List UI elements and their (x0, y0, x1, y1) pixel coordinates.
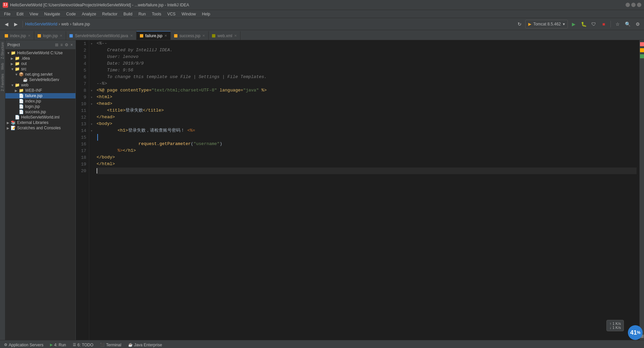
close-button[interactable] (637, 3, 641, 7)
debug-button[interactable]: 🐛 (579, 20, 588, 28)
tab-close-button[interactable]: ✕ (234, 34, 237, 38)
menu-bar: File Edit View Navigate Code Analyze Ref… (0, 10, 644, 18)
tree-item-index-jsp[interactable]: 📄 index.jsp (5, 98, 75, 104)
menu-view[interactable]: View (27, 11, 41, 17)
tree-item-src[interactable]: ▼ 📁 src (5, 66, 75, 72)
tree-item-label: out (21, 61, 27, 66)
stop-button[interactable]: ■ (599, 20, 608, 28)
fold-13[interactable]: ▾ (89, 121, 94, 127)
bottom-tab-todo[interactable]: ☰ 6: TODO (70, 342, 96, 348)
tab-web-xml[interactable]: web.xml ✕ (209, 31, 240, 40)
tree-item-package[interactable]: ▼ 📦 net.qing.servlet (5, 72, 75, 77)
minimize-button[interactable] (626, 3, 630, 7)
forward-button[interactable]: ▶ (11, 20, 20, 28)
java-enterprise-icon: ☕ (128, 343, 133, 347)
tab-close-button[interactable]: ✕ (130, 34, 133, 38)
bottom-tab-label: 6: TODO (77, 343, 94, 347)
run-button[interactable]: ▶ (569, 20, 578, 28)
line-num-15: 15 (76, 134, 89, 141)
bottom-tab-terminal[interactable]: ⬛ Terminal (97, 342, 124, 348)
fold-14[interactable]: ▾ (89, 127, 94, 134)
tree-item-login-jsp[interactable]: 📄 login.jsp (5, 104, 75, 109)
menu-help[interactable]: Help (199, 11, 213, 17)
tab-success-jsp[interactable]: success.jsp ✕ (171, 31, 209, 40)
tree-item-out[interactable]: ▶ 📁 out (5, 61, 75, 66)
menu-code[interactable]: Code (63, 11, 78, 17)
bottom-tab-app-servers[interactable]: ⚙ Application Servers (1, 342, 46, 348)
tree-item-iml[interactable]: 📄 HelloServletWorld.iml (5, 115, 75, 120)
tree-item-label: ServletHelloServ (29, 77, 59, 82)
bottom-tab-java-enterprise[interactable]: ☕ Java Enterprise (125, 342, 165, 348)
menu-vcs[interactable]: VCS (165, 11, 178, 17)
tree-item-webinf[interactable]: ▶ 📁 WEB-INF (5, 88, 75, 93)
coverage-button[interactable]: 🛡 (589, 20, 598, 28)
refresh-button[interactable]: ↻ (515, 20, 524, 28)
structure-label[interactable]: Z-Structure (1, 40, 4, 61)
tree-item-servlet[interactable]: ☕ ServletHelloServ (5, 77, 75, 82)
back-button[interactable]: ◀ (2, 20, 11, 28)
fold-10[interactable]: ▾ (89, 100, 94, 107)
menu-refactor[interactable]: Refactor (100, 11, 120, 17)
run-config-selector[interactable]: ▶ Tomcat 8.5.462 ▾ (525, 20, 568, 28)
breadcrumb-file[interactable]: failure.jsp (73, 22, 90, 26)
scratch-icon: 📝 (11, 126, 16, 130)
performance-badge[interactable]: 41% (628, 325, 643, 340)
favorites-button[interactable]: ☆ (613, 20, 622, 28)
fold-9[interactable]: ▾ (89, 94, 94, 100)
web-label[interactable]: Web (1, 61, 4, 72)
project-panel: Project ⊞ ≡ ⚙ × ▼ 📁 HelloServletWorld C:… (5, 40, 76, 340)
menu-navigate[interactable]: Navigate (42, 11, 63, 17)
tree-item-success-jsp[interactable]: 📄 success.jsp (5, 109, 75, 115)
right-panel-btn-2[interactable] (640, 48, 644, 52)
code-line-11: <title>登录失败</title> (97, 107, 637, 114)
tree-item-failure-jsp[interactable]: 📄 failure.jsp (5, 93, 75, 98)
tree-collapse-button[interactable]: ≡ (60, 42, 63, 48)
breadcrumb-project[interactable]: HelloServletWorld (25, 22, 57, 26)
search-everywhere-button[interactable]: 🔍 (623, 20, 632, 28)
menu-edit[interactable]: Edit (14, 11, 26, 17)
line-num-17: 17 (76, 147, 89, 154)
maximize-button[interactable] (631, 3, 636, 7)
expand-arrow: ▶ (7, 121, 11, 125)
menu-window[interactable]: Window (179, 11, 199, 17)
fold-1[interactable]: ▾ (89, 40, 94, 47)
settings-button[interactable]: ⚙ (633, 20, 642, 28)
right-panel-btn-3[interactable] (640, 54, 644, 58)
tab-close-button[interactable]: ✕ (164, 34, 167, 38)
toolbar-nav: ◀ ▶ (2, 20, 20, 28)
menu-file[interactable]: File (1, 11, 13, 17)
favorites-label[interactable]: 2: Favorites (1, 72, 4, 93)
menu-analyze[interactable]: Analyze (79, 11, 99, 17)
tree-item-scratches[interactable]: ▶ 📝 Scratches and Consoles (5, 125, 75, 131)
line-num-3: 3 (76, 54, 89, 60)
code-content[interactable]: <%-- Created by IntelliJ IDEA. User: len… (94, 40, 639, 340)
right-panel-btn-1[interactable] (640, 42, 644, 46)
tree-item-idea[interactable]: ▶ 📁 .idea (5, 56, 75, 61)
tab-close-button[interactable]: ✕ (202, 34, 205, 38)
editor-tabs: index.jsp ✕ login.jsp ✕ ServletHelloServ… (0, 30, 644, 40)
window-title: HelloServletWorld [C:\Users\lenovo\IdeaP… (10, 3, 189, 7)
menu-build[interactable]: Build (121, 11, 135, 17)
tree-item-ext-libs[interactable]: ▶ 📚 External Libraries (5, 120, 75, 125)
tab-login-jsp[interactable]: login.jsp ✕ (34, 31, 66, 40)
tab-failure-jsp[interactable]: failure.jsp ✕ (137, 31, 171, 40)
fold-6 (89, 74, 94, 80)
jsp-icon (5, 34, 8, 38)
breadcrumb-web[interactable]: web (61, 22, 69, 26)
tab-index-jsp[interactable]: index.jsp ✕ (1, 31, 34, 40)
tree-settings-button[interactable]: ⚙ (64, 42, 69, 48)
tab-close-button[interactable]: ✕ (60, 34, 62, 38)
bottom-tab-run[interactable]: ▶ 4: Run (47, 342, 68, 348)
code-line-20[interactable] (97, 167, 637, 174)
line-num-9: 9 (76, 94, 89, 100)
menu-tools[interactable]: Tools (149, 11, 164, 17)
tree-item-root[interactable]: ▼ 📁 HelloServletWorld C:\Use (5, 50, 75, 56)
code-editor[interactable]: 1 2 3 4 5 6 7 8 9 10 11 12 13 14 15 16 1… (76, 40, 639, 340)
tree-hide-button[interactable]: × (70, 42, 73, 48)
tree-item-web[interactable]: ▼ 📁 web (5, 82, 75, 88)
tab-close-button[interactable]: ✕ (28, 34, 31, 38)
menu-run[interactable]: Run (136, 11, 149, 17)
tab-servlet-java[interactable]: ServletHelloServletWorld.java ✕ (66, 31, 137, 40)
window-controls[interactable] (626, 3, 641, 7)
tree-expand-button[interactable]: ⊞ (54, 42, 59, 48)
